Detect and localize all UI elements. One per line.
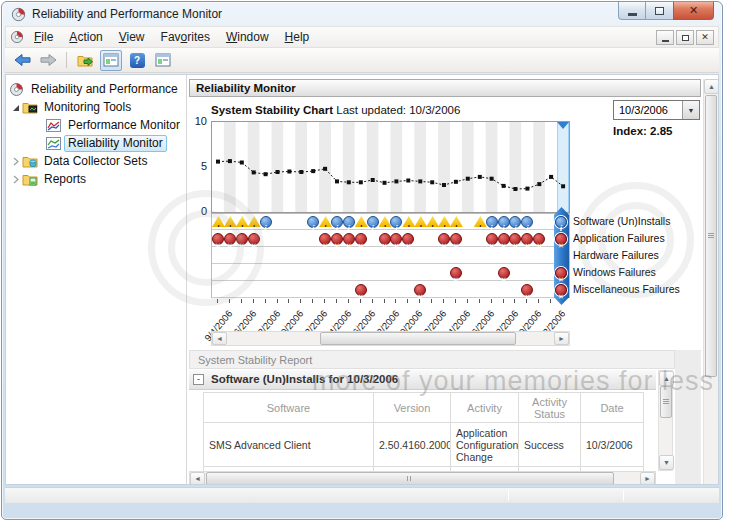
window-controls: ✕ [618, 2, 714, 20]
menu-file[interactable]: File [26, 27, 61, 47]
error-icon [355, 233, 367, 245]
collapse-icon[interactable] [10, 103, 22, 112]
menu-view[interactable]: View [111, 27, 153, 47]
app-icon [11, 7, 26, 22]
new-window-button[interactable] [152, 50, 174, 71]
forward-button[interactable] [37, 50, 59, 71]
tree-item-label: Data Collector Sets [40, 153, 151, 170]
console-window-icon [103, 53, 119, 67]
error-icon [343, 233, 355, 245]
maximize-button[interactable] [646, 2, 673, 20]
info-icon [486, 216, 498, 228]
window-title: Reliability and Performance Monitor [32, 7, 222, 21]
x-tick [360, 299, 361, 303]
scroll-up-arrow[interactable]: ▲ [704, 79, 718, 94]
sidebar-item-monitoring-tools[interactable]: Monitoring Tools [6, 98, 186, 116]
status-separator [508, 490, 509, 501]
scrollbar-thumb[interactable] [705, 95, 717, 377]
column-header: Date [581, 393, 644, 423]
date-dropdown[interactable]: 10/3/2006 ▼ [613, 100, 700, 120]
error-icon [498, 267, 510, 279]
scroll-left-arrow[interactable]: ◄ [212, 332, 227, 345]
menu-favorites[interactable]: Favorites [153, 27, 218, 47]
table-cell: 10/3/2006 [581, 423, 644, 467]
sidebar-item-reports[interactable]: Reports [6, 170, 186, 188]
scrollbar-thumb[interactable] [660, 386, 672, 418]
menu-action[interactable]: Action [61, 27, 110, 47]
y-tick-label: 10 [191, 115, 207, 127]
sidebar-item-reliability-and-performance[interactable]: Reliability and Performance [6, 80, 186, 98]
info-icon [331, 216, 343, 228]
mdi-controls: ✕ [656, 30, 714, 45]
x-tick [324, 299, 325, 303]
expand-icon[interactable] [10, 175, 22, 184]
show-console-tree-button[interactable] [100, 50, 122, 71]
report-gap [675, 350, 701, 484]
minimize-icon [628, 13, 637, 16]
report-group-bar[interactable]: - Software (Un)Installs for 10/3/2006 [189, 370, 656, 390]
toolbar: ? [5, 48, 719, 73]
stability-chart[interactable] [211, 121, 570, 213]
thumb-grip [663, 399, 669, 404]
error-icon [486, 233, 498, 245]
titlebar[interactable]: Reliability and Performance Monitor ✕ [2, 2, 722, 26]
perf-monitor-icon [46, 119, 64, 132]
x-tick [407, 299, 408, 303]
help-button[interactable]: ? [126, 50, 148, 71]
scroll-right-arrow[interactable]: ► [554, 332, 569, 345]
y-tick-label: 0 [191, 205, 207, 217]
error-icon [319, 233, 331, 245]
mdi-minimize-button[interactable] [656, 30, 674, 45]
x-tick [312, 299, 313, 303]
x-tick [265, 299, 266, 303]
export-button[interactable] [74, 50, 96, 71]
thumb-grip [708, 233, 714, 238]
x-tick [217, 299, 218, 303]
tree-item-label: Performance Monitor [64, 117, 184, 134]
table-cell: SMS Advanced Client [204, 423, 374, 467]
scroll-left-arrow[interactable]: ◄ [190, 472, 205, 484]
tree-item-label: Reports [40, 171, 90, 188]
forward-icon [39, 53, 58, 67]
menu-help[interactable]: Help [277, 27, 318, 47]
error-icon [450, 233, 462, 245]
event-grid[interactable] [211, 213, 570, 298]
chevron-down-icon[interactable]: ▼ [682, 101, 699, 119]
info-icon [343, 216, 355, 228]
sidebar-item-data-collector-sets[interactable]: Data Collector Sets [6, 152, 186, 170]
minimize-button[interactable] [618, 2, 646, 20]
report-horizontal-scrollbar[interactable]: ◄ ► [189, 471, 656, 484]
scrollbar-thumb[interactable] [320, 332, 516, 345]
collapse-icon[interactable]: - [193, 374, 204, 385]
scrollbar-thumb[interactable] [206, 472, 614, 484]
selected-date-bar[interactable] [554, 207, 569, 305]
report-vertical-scrollbar[interactable]: ▲ ▼ [658, 370, 673, 471]
x-tick [467, 299, 468, 303]
back-button[interactable] [11, 50, 33, 71]
expand-icon[interactable] [10, 157, 22, 166]
close-button[interactable]: ✕ [673, 2, 714, 20]
table-cell: Success [519, 423, 581, 467]
x-tick [241, 299, 242, 303]
legend-item: Application Failures [573, 232, 665, 244]
x-tick [277, 299, 278, 303]
report-group-title: Software (Un)Installs for 10/3/2006 [211, 373, 398, 385]
mdi-restore-button[interactable] [676, 30, 694, 45]
scroll-right-arrow[interactable]: ► [640, 472, 655, 484]
tree-item-label: Monitoring Tools [40, 99, 135, 116]
x-tick [419, 299, 420, 303]
chart-horizontal-scrollbar[interactable]: ◄ ► [211, 331, 570, 346]
x-tick [550, 299, 551, 303]
sidebar-item-reliability-monitor[interactable]: Reliability Monitor [6, 134, 186, 152]
table-row[interactable]: SMS Advanced Client2.50.4160.2000Applica… [204, 423, 644, 467]
chart-last-updated: Last updated: 10/3/2006 [336, 104, 460, 116]
sidebar-item-performance-monitor[interactable]: Performance Monitor [6, 116, 186, 134]
mdi-close-button[interactable]: ✕ [696, 30, 714, 45]
pane-vertical-scrollbar[interactable]: ▲ [703, 79, 718, 484]
status-separator [623, 490, 624, 501]
scroll-down-arrow[interactable]: ▼ [659, 455, 674, 470]
main-area: Reliability and PerformanceMonitoring To… [5, 74, 719, 485]
column-header: Activity Status [519, 393, 581, 423]
menu-window[interactable]: Window [218, 27, 277, 47]
scroll-up-arrow[interactable]: ▲ [659, 371, 674, 386]
